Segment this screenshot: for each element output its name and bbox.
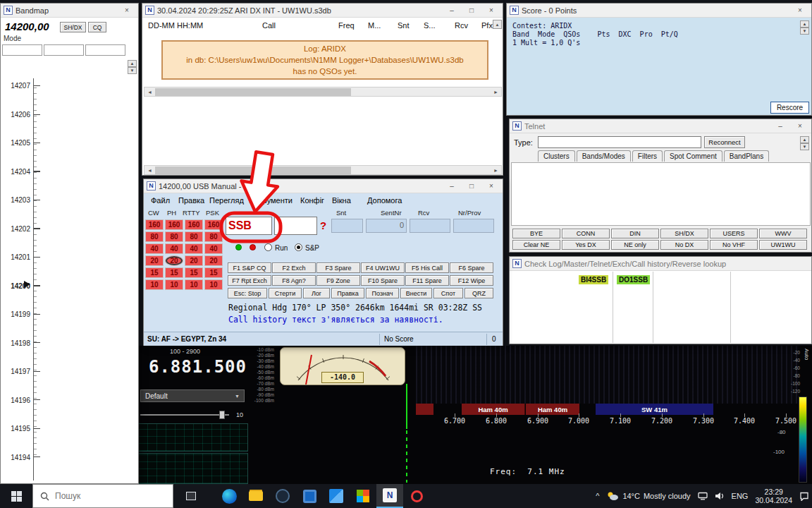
callsign-input[interactable] bbox=[226, 217, 272, 235]
start-button[interactable] bbox=[0, 484, 32, 508]
mode-box-1[interactable] bbox=[2, 44, 42, 56]
menu-file[interactable]: Файл bbox=[151, 196, 170, 205]
spin-up-icon[interactable]: ▲ bbox=[800, 136, 809, 143]
log-column-header[interactable]: Freq bbox=[338, 21, 355, 30]
fkey-f9[interactable]: F9 Zone bbox=[316, 275, 360, 286]
qrz-button[interactable]: QRZ bbox=[465, 288, 493, 298]
band-button-ph-40[interactable]: 40 bbox=[165, 243, 183, 254]
fkey-f1[interactable]: F1 S&P CQ bbox=[228, 262, 271, 273]
waterfall-colorbar[interactable] bbox=[799, 397, 807, 483]
band-button-ph-80[interactable]: 80 bbox=[165, 231, 183, 242]
spin-up-icon[interactable]: ▲ bbox=[800, 20, 809, 28]
log-button[interactable]: Лог bbox=[303, 288, 330, 298]
spot-button[interactable]: Спот bbox=[433, 288, 463, 298]
close-icon[interactable]: × bbox=[118, 5, 135, 16]
band-button-psk-160[interactable]: 160 bbox=[204, 219, 223, 230]
fkey-f10[interactable]: F10 Spare bbox=[361, 275, 405, 286]
telnet-button-yesdx[interactable]: Yes DX bbox=[562, 240, 610, 250]
log-horizontal-scrollbar-2[interactable]: ◄ ► bbox=[144, 165, 502, 175]
taskbar-app-opera[interactable] bbox=[403, 484, 430, 508]
wipe-button[interactable]: Стерти bbox=[269, 288, 302, 298]
scroll-left-icon[interactable]: ◄ bbox=[144, 90, 155, 95]
menu-edit[interactable]: Правка bbox=[178, 196, 204, 205]
log-column-header[interactable]: Rcv bbox=[455, 21, 468, 30]
mode-box-2[interactable] bbox=[44, 44, 84, 56]
band-button-psk-40[interactable]: 40 bbox=[204, 243, 223, 254]
sp-radio[interactable] bbox=[295, 243, 302, 251]
spin-down-icon[interactable]: ▼ bbox=[800, 28, 809, 35]
check-entry-do1ssb[interactable]: DO1SSB bbox=[617, 275, 650, 284]
scroll-right-icon[interactable]: ► bbox=[491, 90, 501, 95]
esc-stop-button[interactable]: Esc: Stop bbox=[228, 288, 267, 298]
store-button[interactable]: Внести bbox=[400, 288, 432, 298]
minimize-icon[interactable]: – bbox=[443, 5, 460, 16]
telnet-button-bye[interactable]: BYE bbox=[512, 229, 560, 238]
slider-handle[interactable] bbox=[219, 411, 225, 419]
band-button-psk-80[interactable]: 80 bbox=[204, 231, 223, 242]
log-column-header[interactable]: M... bbox=[368, 21, 381, 30]
telnet-titlebar[interactable]: N Telnet – × bbox=[510, 119, 811, 133]
scrollbar-thumb[interactable] bbox=[155, 88, 351, 96]
maximize-icon[interactable]: □ bbox=[463, 181, 480, 192]
band-button-rtty-10[interactable]: 10 bbox=[185, 279, 203, 290]
fkey-f2[interactable]: F2 Exch bbox=[272, 262, 316, 273]
taskbar-app-5[interactable] bbox=[323, 484, 350, 508]
taskbar-app-3[interactable] bbox=[269, 484, 296, 508]
taskbar-app-file-explorer[interactable] bbox=[242, 484, 269, 508]
taskbar-search[interactable] bbox=[32, 484, 173, 508]
fkey-f11[interactable]: F11 Spare bbox=[405, 275, 449, 286]
rcv-field[interactable] bbox=[410, 219, 450, 233]
telnet-button-wwv[interactable]: WWV bbox=[759, 229, 807, 238]
log-titlebar[interactable]: N 30.04.2024 20:29:25Z ARI DX INT - UW1W… bbox=[142, 4, 503, 18]
fkey-f3[interactable]: F3 Spare bbox=[316, 262, 360, 273]
band-button-ph-20-selected[interactable]: 20 bbox=[165, 255, 183, 266]
check-titlebar[interactable]: N Check Log/Master/Telnet/Exch/Call hist… bbox=[510, 257, 811, 271]
fkey-f6[interactable]: F6 Spare bbox=[450, 262, 493, 273]
mark-button[interactable]: Познач bbox=[366, 288, 399, 298]
tab-bands-modes[interactable]: Bands/Modes bbox=[577, 150, 631, 162]
band-button-cw-10[interactable]: 10 bbox=[145, 279, 164, 290]
task-view-button[interactable] bbox=[178, 484, 204, 508]
log-column-header[interactable]: Call bbox=[262, 21, 276, 30]
close-icon[interactable]: × bbox=[483, 5, 500, 16]
taskbar-app-6[interactable] bbox=[350, 484, 376, 508]
close-icon[interactable]: × bbox=[483, 181, 500, 192]
menu-view[interactable]: Перегляд bbox=[209, 196, 244, 205]
entry-titlebar[interactable]: N 14200,00 USB Manual - VFO A – □ × bbox=[144, 179, 503, 193]
score-titlebar[interactable]: N Score - 0 Points × bbox=[507, 4, 811, 18]
log-column-header[interactable]: Snt bbox=[398, 21, 410, 30]
band-button-rtty-40[interactable]: 40 bbox=[185, 243, 203, 254]
spin-down-icon[interactable]: ▼ bbox=[128, 67, 137, 74]
fkey-f5[interactable]: F5 His Call bbox=[405, 262, 449, 273]
band-button-rtty-160[interactable]: 160 bbox=[185, 219, 203, 230]
band-button-cw-80[interactable]: 80 bbox=[145, 231, 164, 242]
bandmap-titlebar[interactable]: N Bandmap × bbox=[1, 4, 138, 18]
telnet-type-input[interactable] bbox=[538, 136, 701, 148]
telnet-button-novhf[interactable]: No VHF bbox=[710, 240, 758, 250]
sentnr-field[interactable]: 0 bbox=[366, 219, 407, 233]
scroll-left-icon[interactable]: ◄ bbox=[144, 168, 155, 173]
edit-button[interactable]: Правка bbox=[331, 288, 364, 298]
tab-bandplans[interactable]: BandPlans bbox=[724, 150, 769, 162]
log-column-header[interactable]: DD-MM HH:MM bbox=[148, 21, 203, 30]
band-button-psk-20[interactable]: 20 bbox=[204, 255, 223, 266]
telnet-button-shdx[interactable]: SH/DX bbox=[660, 229, 708, 238]
scrollbar-thumb[interactable] bbox=[155, 167, 351, 174]
taskbar-app-4[interactable] bbox=[296, 484, 323, 508]
taskbar-app-n1mm-active[interactable]: N bbox=[376, 484, 403, 508]
band-bar-ham40m-1[interactable]: Ham 40m bbox=[462, 404, 525, 415]
tab-filters[interactable]: Filters bbox=[632, 150, 663, 162]
language-indicator[interactable]: ENG bbox=[732, 492, 749, 500]
nrprov-field[interactable] bbox=[453, 219, 494, 233]
fkey-f4[interactable]: F4 UW1WU bbox=[361, 262, 405, 273]
mode-box-3[interactable] bbox=[85, 44, 125, 56]
fkey-f12[interactable]: F12 Wipe bbox=[450, 275, 493, 286]
rescore-button[interactable]: Rescore bbox=[770, 102, 809, 114]
sdr-profile-select[interactable]: Default ▼ bbox=[140, 389, 245, 402]
band-button-psk-10[interactable]: 10 bbox=[204, 279, 223, 290]
band-button-psk-15[interactable]: 15 bbox=[204, 267, 223, 278]
cq-button[interactable]: CQ bbox=[88, 22, 106, 32]
scroll-right-icon[interactable]: ► bbox=[491, 168, 501, 173]
network-icon[interactable] bbox=[698, 492, 708, 500]
band-button-cw-15[interactable]: 15 bbox=[145, 267, 164, 278]
